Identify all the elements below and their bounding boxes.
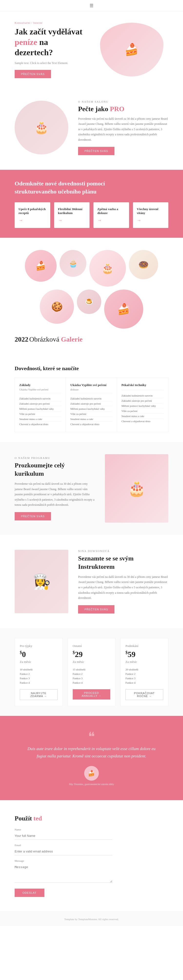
- curriculum-body: Provedeme vás pečení na další úroveň za …: [15, 481, 95, 508]
- skills-col-1-list: Základní kulinárních surovin Základní zá…: [19, 396, 61, 426]
- price-card-3: Podnikání $59 Za měsíc 20 uložitelů Funk…: [120, 638, 168, 706]
- price-card-1: Pro týpky $0 Za měsíc 10 uložitelů Funkc…: [15, 638, 63, 706]
- instructor-name-label: NINA DOWSONOVÁ: [78, 549, 168, 552]
- list-item: Měření pomocí kuchyňské váhy: [70, 406, 112, 412]
- list-item: Vůle za pečení: [121, 409, 164, 414]
- skill-card-3-arrow[interactable]: →: [97, 218, 102, 223]
- about-headline-highlight: PRO: [110, 105, 125, 113]
- curriculum-text-block: O NAŠEM PROGRAMU Prozkoumejte celý kurik…: [15, 457, 95, 520]
- plan-1-currency: $: [20, 650, 22, 655]
- plan-2-cta-button[interactable]: Proceed Annually →: [73, 689, 110, 700]
- testimonial-author: Jišp Timmins, gastronomické záznin táhly: [19, 783, 164, 786]
- gallery-img-6: 🍮: [77, 290, 101, 314]
- about-body: Provedeme vás pečení na další úroveň za …: [78, 116, 168, 143]
- about-cta-button[interactable]: PŘEČTEN SVÁS: [78, 147, 114, 155]
- skills-banner-headline: Odemkněte nové dovednosti pomocí struktu…: [15, 180, 117, 196]
- testimonial-text: Duis aute irure dolor in reprehenderit i…: [23, 745, 160, 760]
- list-item: 10 uložitelů: [20, 667, 58, 672]
- instructor-cta-button[interactable]: PŘEČTEN SVÁS: [78, 605, 114, 614]
- gallery-title-part1: Obrázková: [29, 336, 61, 343]
- list-item: Chovení a objasňovat těsto: [19, 422, 61, 426]
- skill-card-1-arrow[interactable]: →: [19, 218, 23, 223]
- plan-3-cta-button[interactable]: Pokračovat ročně →: [125, 689, 163, 700]
- list-item: Funkce 3: [20, 676, 58, 681]
- list-item: Chovení a objasňovat těsto: [121, 419, 164, 424]
- curriculum-label: O NAŠEM PROGRAMU: [15, 457, 95, 459]
- curriculum-headline: Prozkoumejte celý kurikulum: [15, 461, 95, 478]
- skills-col-2-main-title: Ukázka Vyplňte své pečení: [70, 383, 112, 387]
- testimonial-quote-mark: ❝: [19, 730, 164, 743]
- footer-text: Template by TemplateMonster. All rights …: [64, 918, 118, 921]
- gallery-img-2: 🧁: [60, 250, 87, 277]
- list-item: 15 uložitelů: [73, 667, 110, 672]
- plan-3-amount: 59: [128, 650, 136, 659]
- skills-col-2-subtitle: diskuze: [70, 388, 112, 393]
- list-item: Funkce 4: [73, 681, 110, 685]
- about-headline: Pečte jako PRO: [78, 105, 168, 113]
- plan-2-price: $29: [73, 650, 110, 659]
- plan-3-price: $59: [125, 650, 163, 659]
- skill-card-4-arrow[interactable]: →: [137, 218, 141, 223]
- plan-3-features: 20 uložitelů Funkce 2 Funkce 3 Funkce 4: [125, 667, 163, 685]
- hero-text-block: Konzultační / Interné Jak začít vyděláva…: [15, 21, 88, 78]
- curriculum-cta-button[interactable]: PŘEČTEN SVÁS: [15, 512, 51, 520]
- curriculum-section: O NAŠEM PROGRAMU Prozkoumejte celý kurik…: [0, 442, 183, 535]
- gallery-title-block: 2022 Obrázková Galerie: [15, 336, 168, 343]
- skills-cards-grid: Upeče 8 pekařských receptů → Flexibilní …: [15, 202, 168, 228]
- email-input[interactable]: [15, 848, 112, 855]
- hero-image-block: 🍰: [95, 23, 168, 76]
- gallery-images-grid: 🍰 🧁 🎂 🍩 🍪 🍮 🍰: [15, 250, 168, 329]
- form-group-email: Email: [15, 844, 112, 855]
- contact-headline-highlight: ted: [33, 815, 42, 822]
- form-group-message: Message: [15, 859, 112, 884]
- skill-card-2-title: Flexibilní 30denní kurikulum: [58, 207, 86, 215]
- plan-2-amount: 29: [75, 650, 83, 659]
- hamburger-icon[interactable]: ☰: [90, 3, 93, 8]
- list-item: Funkce 2: [20, 672, 58, 676]
- hero-subtext: Sample text. Click to select the Text El…: [15, 61, 88, 65]
- hero-headline-part1: Jak začít vydělávat: [15, 27, 82, 36]
- gallery-img-4: 🍩: [129, 250, 158, 279]
- skill-card-1: Upeče 8 pekařských receptů →: [15, 202, 50, 228]
- list-item: Funkce 4: [125, 681, 163, 685]
- hero-cta-button[interactable]: PŘEČTEN SVÁS: [15, 70, 51, 78]
- list-item: Měření pomocí kuchyňské váhy: [121, 403, 164, 409]
- instructor-section: 👩‍🍳 NINA DOWSONOVÁ Seznamte se se svým I…: [0, 535, 183, 628]
- plan-1-cta-button[interactable]: Najryjte zdarma →: [20, 689, 58, 700]
- list-item: Základní kulinárních surovin: [70, 396, 112, 401]
- skill-card-2-arrow[interactable]: →: [58, 218, 63, 223]
- plan-2-features: 15 uložitelů Funkce 2 Funkce 3 Funkce 4: [73, 667, 110, 685]
- skill-card-4-title: Všechny úrovně vítány: [137, 207, 165, 215]
- hero-image: 🍰: [100, 23, 164, 76]
- curriculum-image: 🎂: [105, 454, 168, 523]
- pricing-grid: Pro týpky $0 Za měsíc 10 uložitelů Funkc…: [15, 638, 168, 706]
- skill-card-2: Flexibilní 30denní kurikulum →: [54, 202, 90, 228]
- message-textarea[interactable]: [15, 863, 112, 883]
- hero-headline-highlight: peníze: [15, 38, 37, 47]
- about-text-block: O NAŠEM SALONU Pečte jako PRO Provedeme …: [78, 100, 168, 155]
- skills-col-1-main-title: Základy: [19, 383, 61, 387]
- skills-col-2: Ukázka Vyplňte své pečení diskuze Základ…: [66, 378, 117, 432]
- contact-submit-button[interactable]: Odeslat: [15, 889, 44, 897]
- list-item: Vůle za pečení: [70, 412, 112, 417]
- skill-card-4: Všechny úrovně vítány →: [133, 202, 169, 228]
- list-item: Základní zástroje pro pečení: [19, 401, 61, 406]
- plan-2-period: Za měsíc: [73, 660, 110, 664]
- name-label: Name: [15, 828, 112, 831]
- instructor-text-block: NINA DOWSONOVÁ Seznamte se se svým Instr…: [78, 549, 168, 614]
- skills-columns-grid: Základy Ukázka Vyplňte své pečení Základ…: [15, 377, 168, 432]
- gallery-img-7: 🍰: [104, 290, 143, 329]
- list-item: Chovení a objasňovat těsto: [70, 422, 112, 426]
- about-image: 🎂: [15, 101, 68, 154]
- name-input[interactable]: [15, 832, 112, 840]
- list-item: Smažení másu a cukr: [19, 417, 61, 422]
- contact-headline-part1: Použít: [15, 815, 33, 822]
- plan-1-amount: 0: [22, 650, 26, 659]
- gallery-img-5: 🍪: [40, 290, 74, 324]
- plan-3-period: Za měsíc: [125, 660, 163, 664]
- hero-breadcrumb: Konzultační / Interné: [15, 21, 88, 24]
- skill-card-3-title: Zpětná vazba a diskuze: [97, 207, 125, 215]
- skills-table-headline: Dovednosti, které se naučíte: [15, 365, 168, 372]
- about-label: O NAŠEM SALONU: [78, 100, 168, 103]
- hero-headline: Jak začít vydělávat peníze na dezertech?: [15, 27, 88, 58]
